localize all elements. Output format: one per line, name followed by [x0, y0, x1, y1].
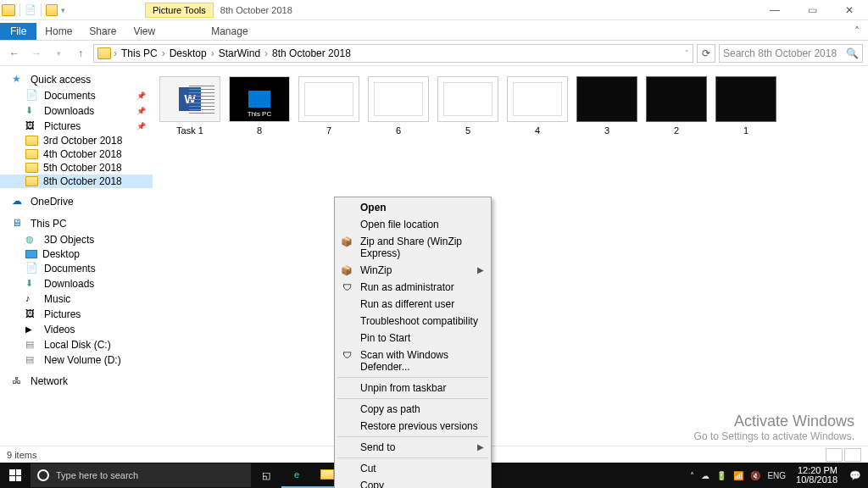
start-button[interactable] [0, 469, 31, 481]
up-button[interactable]: ↑ [71, 47, 90, 59]
sidebar-item[interactable]: Downloads📌 [0, 103, 153, 119]
qat-dropdown-icon[interactable]: ▾ [59, 6, 67, 14]
sidebar-item[interactable]: 8th October 2018 [0, 175, 153, 188]
qat-button-2[interactable] [46, 4, 58, 16]
context-menu-item[interactable]: Pin to Start [337, 330, 489, 347]
context-menu-item[interactable]: 📦WinZip▶ [337, 262, 489, 279]
file-item[interactable]: 2 [643, 76, 710, 136]
thumbnails-view-button[interactable] [844, 448, 861, 462]
ribbon-tab-manage[interactable]: Manage [203, 23, 256, 40]
refresh-button[interactable]: ⟳ [697, 44, 715, 63]
sidebar-item[interactable]: Pictures [0, 307, 153, 322]
sidebar-item[interactable]: Downloads [0, 276, 153, 291]
sidebar-item[interactable]: Documents📌 [0, 88, 153, 103]
file-item[interactable]: 4 [504, 76, 571, 136]
chevron-right-icon[interactable]: › [161, 47, 166, 59]
sidebar-item[interactable]: Desktop [0, 247, 153, 261]
context-menu-item[interactable]: Unpin from taskbar [337, 380, 489, 396]
menu-item-icon: 🛡 [340, 348, 353, 362]
language-indicator[interactable]: ENG [767, 471, 786, 480]
back-button[interactable]: ← [5, 47, 24, 59]
maximize-button[interactable]: ▭ [793, 0, 831, 20]
ribbon-tab-view[interactable]: View [125, 23, 164, 40]
sidebar-item-label: 4th October 2018 [43, 148, 122, 160]
context-menu-item[interactable]: Open [337, 199, 489, 216]
file-item[interactable]: WTask 1 [156, 76, 224, 136]
search-input[interactable]: Search 8th October 2018 🔍 [719, 44, 863, 63]
volume-icon[interactable]: 🔇 [750, 471, 760, 480]
ribbon-tab-share[interactable]: Share [81, 23, 125, 40]
sidebar-item[interactable]: Documents [0, 261, 153, 276]
sidebar-item[interactable]: 3D Objects [0, 232, 153, 247]
file-item[interactable]: 5 [434, 76, 502, 136]
qat-button[interactable]: 📄 [25, 4, 36, 16]
context-menu-item[interactable]: Send to▶ [337, 439, 489, 456]
chevron-right-icon: ▶ [477, 265, 484, 274]
tray-chevron-icon[interactable]: ˄ [690, 471, 694, 480]
onedrive-tray-icon[interactable]: ☁ [701, 471, 709, 480]
chevron-right-icon[interactable]: › [210, 47, 215, 59]
context-menu-item[interactable]: Cut [337, 460, 489, 477]
sidebar-item[interactable]: New Volume (D:) [0, 352, 153, 368]
crumb-desktop[interactable]: Desktop [168, 47, 209, 59]
minimize-button[interactable]: — [756, 0, 793, 20]
titlebar: 📄 ▾ Picture Tools 8th October 2018 — ▭ ✕ [0, 0, 868, 20]
context-menu-item[interactable]: Restore previous versions [337, 418, 489, 435]
sidebar-item-label: Documents [44, 90, 96, 102]
context-menu-item[interactable]: Troubleshoot compatibility [337, 313, 489, 330]
menu-item-label: Restore previous versions [360, 420, 478, 432]
taskbar-app-edge[interactable]: e [281, 463, 312, 488]
chevron-right-icon[interactable]: › [264, 47, 269, 59]
context-menu-item[interactable]: Open file location [337, 216, 489, 233]
file-item[interactable]: 3 [573, 76, 641, 136]
sidebar-item[interactable]: Videos [0, 322, 153, 337]
ribbon-tab-home[interactable]: Home [36, 23, 81, 40]
task-view-button[interactable]: ◱ [251, 463, 281, 488]
file-item[interactable]: 7 [295, 76, 363, 136]
taskbar-search[interactable]: Type here to search [31, 463, 251, 487]
close-button[interactable]: ✕ [831, 0, 868, 20]
context-menu-item[interactable]: 🛡Scan with Windows Defender... [337, 347, 489, 375]
chevron-right-icon[interactable]: › [113, 47, 118, 59]
file-tab[interactable]: File [0, 23, 36, 40]
sidebar-item[interactable]: Music [0, 291, 153, 307]
details-view-button[interactable] [826, 448, 843, 462]
sidebar-item[interactable]: Pictures📌 [0, 119, 153, 134]
sidebar-item[interactable]: Local Disk (C:) [0, 337, 153, 352]
context-menu-item[interactable]: Copy as path [337, 401, 489, 418]
battery-icon[interactable]: 🔋 [716, 471, 726, 480]
item-count: 9 items [7, 450, 36, 460]
sidebar-quick-access[interactable]: ★ Quick access [0, 71, 153, 88]
context-menu-item[interactable]: 📦Zip and Share (WinZip Express) [337, 233, 489, 262]
breadcrumb[interactable]: › This PC › Desktop › StarWind › 8th Oct… [93, 44, 693, 63]
search-icon[interactable]: 🔍 [846, 47, 859, 59]
file-name: Task 1 [176, 125, 203, 136]
ribbon-expand-icon[interactable]: ˄ [846, 23, 868, 40]
file-item[interactable]: This PC8 [225, 76, 293, 136]
context-menu-item[interactable]: Copy [337, 477, 489, 488]
taskbar-clock[interactable]: 12:20 PM 10/8/2018 [791, 466, 843, 485]
file-view[interactable]: WTask 1This PC87654321 Activate Windows … [153, 66, 868, 446]
crumb-this-pc[interactable]: This PC [120, 47, 159, 59]
address-dropdown-icon[interactable]: ˅ [685, 49, 689, 58]
picture-tools-tab[interactable]: Picture Tools [145, 3, 214, 18]
sidebar-network[interactable]: Network [0, 373, 153, 390]
sidebar-onedrive[interactable]: ☁ OneDrive [0, 193, 153, 210]
file-item[interactable]: 6 [364, 76, 432, 136]
context-menu-item[interactable]: 🛡Run as administrator [337, 279, 489, 296]
menu-item-label: Send to [360, 441, 395, 453]
wifi-icon[interactable]: 📶 [733, 471, 743, 480]
sidebar-item[interactable]: 5th October 2018 [0, 161, 153, 175]
file-item[interactable]: 1 [712, 76, 780, 136]
sidebar-this-pc[interactable]: 🖥 This PC [0, 215, 153, 232]
context-menu-item[interactable]: Run as different user [337, 296, 489, 313]
system-tray[interactable]: ˄ ☁ 🔋 📶 🔇 ENG [685, 471, 791, 480]
crumb-current[interactable]: 8th October 2018 [270, 47, 353, 59]
recent-dropdown-icon[interactable]: ▾ [49, 49, 68, 58]
sidebar-item[interactable]: 4th October 2018 [0, 147, 153, 161]
crumb-starwind[interactable]: StarWind [217, 47, 262, 59]
menu-item-icon: 📦 [340, 263, 353, 277]
notifications-button[interactable]: 💬 [843, 463, 868, 488]
forward-button[interactable]: → [27, 47, 46, 59]
sidebar-item[interactable]: 3rd October 2018 [0, 134, 153, 147]
